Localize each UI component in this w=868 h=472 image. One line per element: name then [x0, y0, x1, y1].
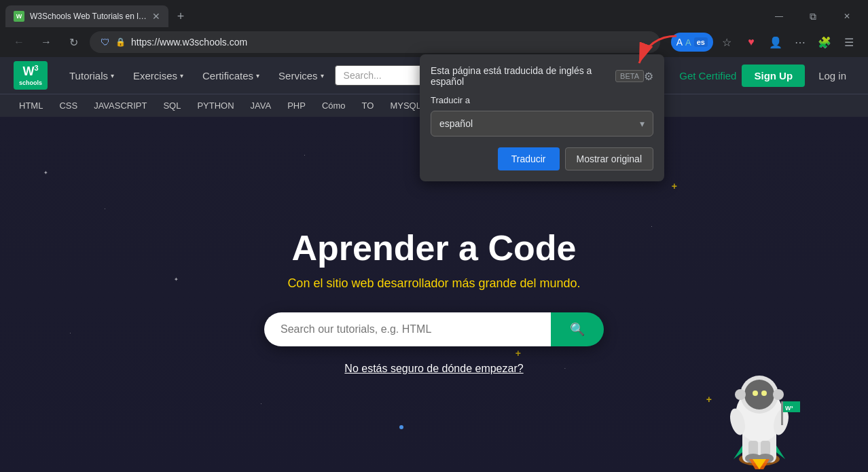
popup-action-buttons: Traducir Mostrar original: [431, 147, 653, 170]
tutorials-menu[interactable]: Tutorials ▾: [61, 66, 122, 86]
window-minimize-btn[interactable]: —: [763, 5, 795, 27]
svg-point-5: [744, 380, 774, 410]
lang-to[interactable]: TO: [354, 94, 382, 117]
hero-search-input[interactable]: [264, 312, 551, 346]
certificates-menu[interactable]: Certificates ▾: [194, 66, 268, 86]
star-7: ·: [651, 223, 653, 230]
lang-html[interactable]: HTML: [11, 94, 51, 117]
svg-point-9: [773, 389, 784, 400]
popup-title-row: Esta página está traducida de inglés a e…: [431, 65, 644, 87]
svg-text:W³: W³: [785, 405, 793, 412]
tab-title: W3Schools Web Tutorials en lín...: [30, 12, 147, 21]
back-button[interactable]: ←: [8, 31, 30, 53]
bookmark-icon: ☆: [722, 36, 731, 49]
services-chevron: ▾: [321, 72, 324, 79]
svg-point-6: [753, 391, 758, 396]
show-original-button[interactable]: Mostrar original: [565, 147, 653, 170]
lang-javascript[interactable]: JAVASCRIPT: [86, 94, 155, 117]
lang-php[interactable]: PHP: [279, 94, 314, 117]
popup-title-text: Esta página está traducida de inglés a e…: [431, 65, 604, 87]
not-sure-link[interactable]: No estás seguro de dónde empezar?: [344, 363, 523, 375]
cross-2: +: [516, 348, 521, 359]
tab-favicon: W: [14, 11, 24, 22]
lang-sql[interactable]: SQL: [155, 94, 189, 117]
logo-w3: W3 schools: [14, 61, 48, 89]
more-tools-icon: ⋯: [795, 36, 806, 49]
profile-button[interactable]: 👤: [765, 31, 786, 53]
lang-select-chevron-icon: ▾: [640, 118, 645, 129]
pocket-button[interactable]: ♥: [740, 31, 762, 53]
star-4: ✦: [174, 276, 179, 283]
address-bar: ← → ↻ 🛡 🔒 https://www.w3schools.com A A …: [0, 27, 868, 57]
hero-search-button[interactable]: 🔍: [551, 312, 604, 346]
extensions-icon: 🧩: [818, 36, 831, 49]
lang-como[interactable]: Cómo: [314, 94, 354, 117]
language-selector[interactable]: español ▾: [431, 111, 653, 137]
get-certified-button[interactable]: Get Certified: [679, 70, 736, 81]
lang-python[interactable]: PYTHON: [189, 94, 242, 117]
tab-close-btn[interactable]: ✕: [152, 11, 160, 22]
star-1: ✦: [43, 170, 48, 176]
star-8: ·: [564, 365, 566, 371]
login-button[interactable]: Log in: [810, 66, 854, 86]
exercises-chevron: ▾: [180, 72, 183, 79]
dot-1: [399, 425, 403, 429]
lang-css[interactable]: CSS: [51, 94, 86, 117]
lock-icon: 🔒: [115, 37, 126, 47]
popup-header: Esta página está traducida de inglés a e…: [431, 65, 653, 87]
window-close-btn[interactable]: ✕: [831, 5, 863, 27]
exercises-menu[interactable]: Exercises ▾: [125, 66, 192, 86]
window-controls: — ⧉ ✕: [763, 5, 863, 27]
tutorials-label: Tutorials: [69, 70, 108, 81]
nav-right-section: Get Certified Sign Up Log in: [679, 65, 854, 87]
window-restore-btn[interactable]: ⧉: [797, 5, 829, 27]
services-menu[interactable]: Services ▾: [270, 66, 332, 86]
nav-search-placeholder: Search...: [344, 70, 382, 81]
new-tab-button[interactable]: +: [171, 7, 190, 26]
extensions-button[interactable]: 🧩: [814, 31, 835, 53]
star-5: ·: [304, 152, 305, 158]
translate-button[interactable]: A A es: [671, 33, 713, 52]
certificates-label: Certificates: [202, 70, 253, 81]
signup-button[interactable]: Sign Up: [742, 65, 805, 87]
translate-to-label: Traducir a: [431, 95, 653, 105]
mascot-illustration: W³: [705, 333, 814, 472]
star-3: ·: [69, 330, 71, 336]
reload-button[interactable]: ↻: [62, 31, 84, 53]
main-subtitle: Con el sitio web desarrollador más grand…: [287, 276, 580, 291]
popup-settings-button[interactable]: ⚙: [644, 70, 653, 83]
tutorials-chevron: ▾: [111, 72, 114, 79]
svg-point-8: [735, 389, 746, 400]
svg-rect-12: [781, 401, 783, 425]
menu-button[interactable]: ☰: [838, 31, 860, 53]
forward-button[interactable]: →: [35, 31, 57, 53]
services-label: Services: [278, 70, 318, 81]
active-tab[interactable]: W W3Schools Web Tutorials en lín... ✕: [5, 5, 168, 27]
star-2: ·: [104, 206, 105, 212]
search-icon: 🔍: [570, 322, 585, 337]
beta-badge: BETA: [615, 70, 644, 82]
toolbar-icons: A A es ☆ ♥ 👤 ⋯ 🧩 ☰: [671, 31, 860, 53]
translate-a-icon: A: [685, 37, 691, 48]
svg-point-7: [761, 391, 767, 396]
translate-action-button[interactable]: Traducir: [498, 147, 560, 170]
selected-language: español: [439, 118, 473, 129]
certificates-chevron: ▾: [256, 72, 259, 79]
hero-search: 🔍: [264, 312, 604, 346]
tab-bar: W W3Schools Web Tutorials en lín... ✕ + …: [0, 0, 868, 27]
hamburger-icon: ☰: [844, 36, 854, 49]
bookmark-button[interactable]: ☆: [716, 31, 738, 53]
star-6: ·: [260, 401, 261, 407]
translation-popup: Esta página está traducida de inglés a e…: [420, 54, 664, 181]
url-text: https://www.w3schools.com: [131, 37, 247, 48]
shield-icon: 🛡: [101, 37, 110, 48]
language-badge: es: [694, 37, 708, 47]
profile-icon: 👤: [769, 36, 782, 49]
w3schools-logo[interactable]: W3 schools: [14, 61, 48, 89]
url-bar[interactable]: 🛡 🔒 https://www.w3schools.com: [90, 31, 660, 53]
lang-java[interactable]: JAVA: [242, 94, 280, 117]
exercises-label: Exercises: [133, 70, 177, 81]
logo-schools: schools: [19, 79, 42, 87]
cross-1: +: [672, 181, 677, 192]
more-tools-button[interactable]: ⋯: [789, 31, 811, 53]
